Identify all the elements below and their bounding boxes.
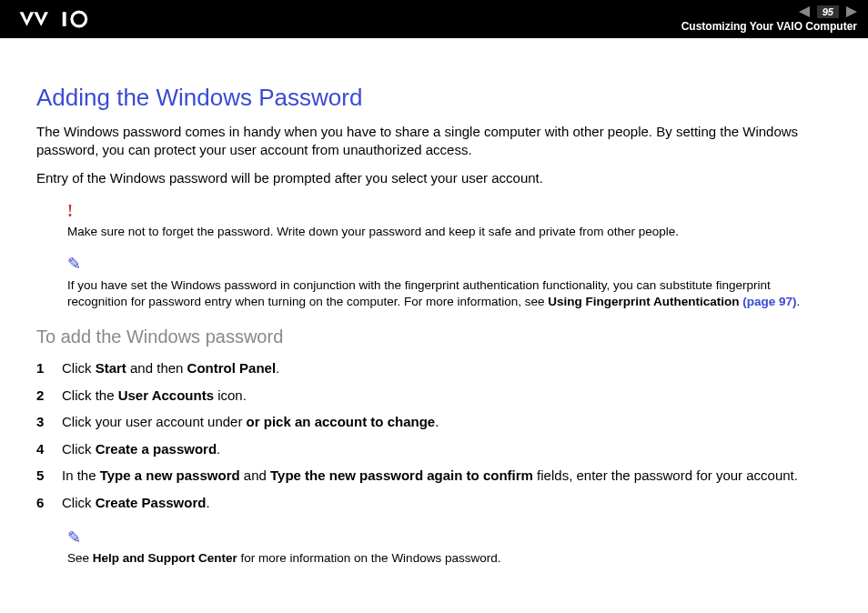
note1-bold: Using Fingerprint Authentication xyxy=(548,295,742,308)
note1-post: . xyxy=(797,295,801,308)
step-item: Click Create a password. xyxy=(36,437,832,461)
step-item: In the Type a new password and Type the … xyxy=(36,464,832,487)
prev-page-icon[interactable] xyxy=(799,6,812,17)
note2-bold: Help and Support Center xyxy=(93,551,237,565)
steps-list: Click Start and then Control Panel. Clic… xyxy=(36,357,832,514)
svg-marker-3 xyxy=(846,6,857,17)
note2-pre: See xyxy=(67,551,93,565)
note2-text: See Help and Support Center for more inf… xyxy=(67,551,500,565)
intro-paragraph-2: Entry of the Windows password will be pr… xyxy=(36,169,832,187)
note1-text: If you have set the Windows password in … xyxy=(67,278,800,308)
next-page-icon[interactable] xyxy=(844,6,857,17)
svg-rect-0 xyxy=(63,12,66,26)
svg-point-1 xyxy=(72,12,86,26)
warning-icon: ! xyxy=(67,200,832,222)
header-right: 95 Customizing Your VAIO Computer xyxy=(681,5,857,33)
warning-text: Make sure not to forget the password. Wr… xyxy=(67,225,679,238)
page-nav: 95 xyxy=(799,5,857,18)
page-content: Adding the Windows Password The Windows … xyxy=(0,38,868,598)
info-note-2: ✎ See Help and Support Center for more i… xyxy=(67,527,832,568)
vaio-logo xyxy=(18,9,118,29)
warning-note: ! Make sure not to forget the password. … xyxy=(67,200,832,241)
note-icon: ✎ xyxy=(67,527,832,548)
page-number: 95 xyxy=(817,5,839,18)
procedure-heading: To add the Windows password xyxy=(36,327,832,347)
note2-post: for more information on the Windows pass… xyxy=(237,551,501,565)
section-title: Customizing Your VAIO Computer xyxy=(681,20,857,33)
step-item: Click your user account under or pick an… xyxy=(36,410,832,434)
fingerprint-auth-link[interactable]: (page 97) xyxy=(742,295,796,308)
header-bar: 95 Customizing Your VAIO Computer xyxy=(0,0,868,38)
intro-paragraph-1: The Windows password comes in handy when… xyxy=(36,123,832,160)
info-note-1: ✎ If you have set the Windows password i… xyxy=(67,253,832,310)
step-item: Click Create Password. xyxy=(36,491,832,515)
step-item: Click Start and then Control Panel. xyxy=(36,357,832,380)
svg-marker-2 xyxy=(799,6,810,17)
page-heading: Adding the Windows Password xyxy=(36,84,832,112)
note-icon: ✎ xyxy=(67,253,832,275)
step-item: Click the User Accounts icon. xyxy=(36,384,832,407)
